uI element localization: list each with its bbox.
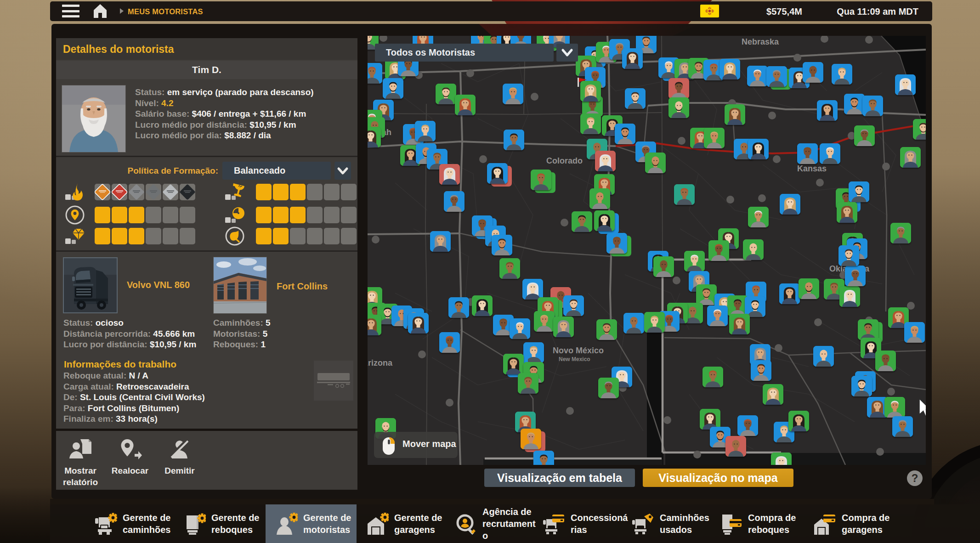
driver-marker[interactable]: [845, 266, 866, 286]
driver-marker[interactable]: [779, 283, 800, 304]
mostrar-relat-rio-button[interactable]: Mostrar relatório: [57, 435, 104, 485]
driver-marker[interactable]: [839, 286, 860, 307]
driver-marker[interactable]: [849, 181, 869, 202]
driver-marker[interactable]: [368, 315, 381, 335]
nav-item-compra-de-garagens[interactable]: Compra degaragens: [804, 504, 898, 543]
training-policy-chevron-icon[interactable]: [334, 162, 351, 180]
driver-marker[interactable]: [503, 354, 524, 374]
driver-marker[interactable]: [858, 319, 878, 340]
driver-marker[interactable]: [684, 251, 705, 272]
driver-marker[interactable]: [595, 151, 616, 171]
driver-marker[interactable]: [436, 84, 456, 104]
driver-marker[interactable]: [751, 360, 771, 381]
breadcrumb[interactable]: MEUS MOTORISTAS: [128, 7, 203, 16]
driver-marker[interactable]: [448, 297, 469, 318]
driver-marker[interactable]: [430, 231, 451, 252]
driver-marker[interactable]: [487, 163, 508, 184]
driver-marker[interactable]: [725, 436, 746, 457]
home-icon[interactable]: [93, 3, 107, 19]
driver-marker[interactable]: [704, 128, 725, 148]
driver-marker[interactable]: [580, 113, 601, 134]
driver-marker[interactable]: [763, 384, 783, 405]
driver-marker[interactable]: [492, 235, 512, 255]
menu-icon[interactable]: [62, 5, 79, 18]
driver-marker[interactable]: [862, 96, 883, 116]
driver-marker[interactable]: [518, 373, 538, 394]
driver-marker[interactable]: [444, 191, 465, 212]
driver-marker[interactable]: [904, 322, 925, 343]
driver-marker[interactable]: [563, 295, 584, 316]
demitir-button[interactable]: Demitir: [156, 435, 204, 485]
driver-marker[interactable]: [625, 88, 646, 109]
driver-marker[interactable]: [553, 317, 574, 337]
nav-item-gerente-de-reboques[interactable]: Gerente dereboques: [174, 504, 268, 543]
driver-marker[interactable]: [645, 153, 666, 173]
driver-marker[interactable]: [533, 451, 554, 465]
driver-marker[interactable]: [408, 313, 429, 334]
driver-marker[interactable]: [674, 184, 695, 205]
driver-marker[interactable]: [668, 78, 689, 99]
driver-marker[interactable]: [913, 119, 926, 140]
driver-marker[interactable]: [895, 74, 916, 95]
driver-marker[interactable]: [594, 210, 615, 231]
driver-marker[interactable]: [797, 143, 818, 164]
driver-marker[interactable]: [900, 147, 921, 168]
driver-marker[interactable]: [799, 278, 819, 299]
driver-marker[interactable]: [589, 188, 610, 209]
nav-item-concession-rias[interactable]: Concessionárias: [533, 504, 625, 543]
driver-marker[interactable]: [522, 279, 543, 300]
driver-marker[interactable]: [729, 314, 750, 334]
nav-item-gerente-de-caminh-es[interactable]: Gerente decaminhões: [85, 504, 176, 543]
driver-marker[interactable]: [653, 256, 674, 277]
truck-name[interactable]: Volvo VNL 860: [127, 280, 190, 290]
driver-marker[interactable]: [820, 143, 840, 164]
driver-marker[interactable]: [531, 170, 551, 190]
driver-marker[interactable]: [844, 94, 865, 114]
driver-marker[interactable]: [813, 346, 834, 367]
driver-marker[interactable]: [368, 127, 381, 147]
table-view-button[interactable]: Visualização em tabela: [484, 469, 635, 487]
driver-marker[interactable]: [383, 78, 403, 99]
driver-marker[interactable]: [817, 100, 838, 121]
driver-marker[interactable]: [521, 429, 541, 449]
driver-marker[interactable]: [572, 211, 592, 232]
driver-marker[interactable]: [504, 130, 524, 150]
driver-marker[interactable]: [725, 104, 745, 125]
driver-marker[interactable]: [707, 305, 728, 326]
driver-marker[interactable]: [534, 311, 555, 332]
driver-marker[interactable]: [854, 125, 875, 146]
driver-marker[interactable]: [748, 139, 769, 159]
map-view-button[interactable]: Visualização no mapa: [643, 469, 793, 487]
driver-filter-select[interactable]: Todos os Motoristas: [375, 44, 554, 62]
driver-marker[interactable]: [771, 452, 792, 465]
driver-marker[interactable]: [503, 84, 523, 104]
driver-marker[interactable]: [875, 351, 896, 371]
driver-marker[interactable]: [439, 332, 460, 353]
driver-marker[interactable]: [472, 295, 493, 316]
driver-marker[interactable]: [832, 64, 852, 85]
driver-marker[interactable]: [623, 313, 644, 334]
garage-image[interactable]: [214, 257, 266, 313]
driver-marker[interactable]: [702, 367, 723, 387]
driver-marker[interactable]: [737, 415, 758, 436]
driver-marker[interactable]: [644, 312, 665, 333]
driver-marker[interactable]: [719, 59, 740, 79]
help-button[interactable]: ?: [907, 470, 923, 486]
driver-marker[interactable]: [596, 319, 617, 340]
driver-marker[interactable]: [615, 124, 635, 144]
driver-marker[interactable]: [455, 95, 476, 115]
driver-marker[interactable]: [747, 66, 768, 86]
nav-item-gerente-de-garagens[interactable]: Gerente degaragens: [357, 504, 447, 543]
driver-marker[interactable]: [766, 66, 787, 87]
driver-marker[interactable]: [884, 397, 905, 418]
driver-marker[interactable]: [415, 121, 436, 141]
driver-marker[interactable]: [803, 62, 823, 83]
driver-marker[interactable]: [851, 376, 872, 396]
driver-marker[interactable]: [890, 223, 911, 243]
driver-marker[interactable]: [892, 416, 913, 437]
driver-marker[interactable]: [696, 284, 717, 305]
driver-marker[interactable]: [788, 411, 809, 431]
driver-marker[interactable]: [708, 240, 729, 261]
money-display[interactable]: $575,4M: [748, 6, 821, 17]
driver-marker[interactable]: [606, 233, 627, 254]
